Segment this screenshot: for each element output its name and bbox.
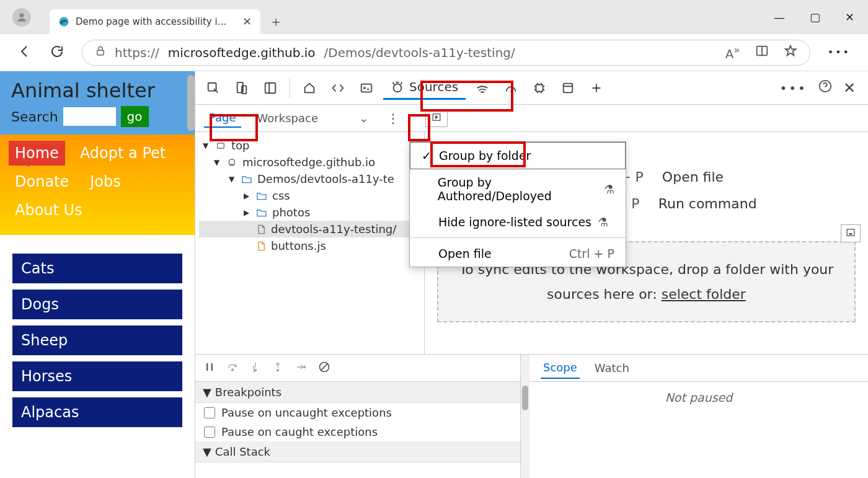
scrollbar[interactable] — [186, 71, 196, 478]
tree-css[interactable]: ▶css — [199, 187, 420, 204]
debugger-right: Scope Watch Not paused — [529, 355, 868, 478]
favorite-icon[interactable] — [784, 44, 797, 61]
search-label: Search — [11, 109, 58, 125]
ctx-group-by-folder[interactable]: ✓Group by folder — [410, 142, 626, 169]
step-over-icon[interactable] — [226, 361, 239, 375]
page-tab[interactable]: Page — [204, 108, 241, 128]
devtools-pane: Sources ••• ✕ Page Workspace ⌄ ⋮ ▼ — [195, 71, 868, 478]
tree-demos[interactable]: ▼Demos/devtools-a11y-te — [199, 170, 420, 187]
browser-tab[interactable]: Demo page with accessibility issu ✕ — [50, 9, 260, 34]
workspace-tab[interactable]: Workspace ⌄ — [252, 109, 373, 127]
more-tabs-icon[interactable] — [585, 76, 608, 100]
debugger-left: ▼Breakpoints Pause on uncaught exception… — [195, 355, 521, 478]
elements-tab-icon[interactable] — [326, 76, 350, 100]
back-button[interactable] — [17, 44, 32, 61]
url-prefix: https:// — [115, 45, 159, 60]
welcome-tab-icon[interactable] — [298, 76, 321, 100]
url-domain: microsoftedge.github.io — [168, 45, 316, 60]
site-nav: Home Adopt a Pet Donate Jobs About Us — [0, 135, 195, 235]
dock-icon[interactable] — [259, 76, 282, 100]
step-into-icon[interactable] — [250, 361, 261, 375]
pause-uncaught-checkbox[interactable]: Pause on uncaught exceptions — [195, 403, 520, 422]
not-paused-label: Not paused — [529, 382, 868, 413]
lock-icon — [95, 45, 106, 60]
context-menu: ✓Group by folder Group by Authored/Deplo… — [409, 141, 626, 267]
step-out-icon[interactable] — [272, 361, 283, 375]
list-item[interactable]: Cats — [12, 254, 182, 283]
nav-adopt[interactable]: Adopt a Pet — [74, 141, 172, 166]
url-path: /Demos/devtools-a11y-testing/ — [324, 45, 515, 60]
breakpoints-header[interactable]: ▼Breakpoints — [195, 382, 520, 403]
nav-home[interactable]: Home — [9, 141, 65, 166]
scope-tab[interactable]: Scope — [541, 357, 580, 379]
search-input[interactable] — [63, 107, 116, 126]
hint-run-command: Run command — [658, 196, 757, 211]
maximize-button[interactable]: ▢ — [810, 11, 820, 24]
deactivate-breakpoints-icon[interactable] — [318, 361, 330, 376]
device-toggle-icon[interactable] — [230, 76, 254, 100]
tree-host[interactable]: ▼microsoftedge.github.io — [199, 154, 420, 170]
pause-icon[interactable] — [204, 361, 215, 375]
svg-rect-14 — [218, 143, 224, 148]
select-folder-link[interactable]: select folder — [662, 286, 746, 302]
console-tab-icon[interactable] — [355, 76, 378, 100]
svg-rect-7 — [265, 82, 276, 93]
close-window-button[interactable]: ✕ — [845, 11, 854, 24]
svg-point-19 — [304, 366, 306, 368]
tree-html-file[interactable]: ▶devtools-a11y-testing/ — [199, 221, 420, 237]
debugger-controls — [195, 355, 520, 382]
sources-tab[interactable]: Sources — [383, 76, 466, 100]
nav-donate[interactable]: Donate — [9, 169, 75, 194]
list-item[interactable]: Alpacas — [12, 397, 182, 427]
ctx-hide-ignore[interactable]: Hide ignore-listed sources ⚗ — [410, 209, 626, 235]
step-icon[interactable] — [294, 361, 307, 375]
pause-caught-checkbox[interactable]: Pause on caught exceptions — [195, 422, 520, 441]
tree-photos[interactable]: ▶photos — [199, 204, 420, 221]
settings-more-icon[interactable]: ••• — [828, 46, 851, 58]
svg-rect-8 — [361, 84, 372, 92]
list-item[interactable]: Horses — [12, 361, 182, 391]
toggle-navigator-icon[interactable] — [425, 109, 448, 127]
help-icon[interactable] — [818, 79, 832, 96]
go-button[interactable]: go — [121, 106, 149, 127]
nav-about[interactable]: About Us — [9, 198, 89, 223]
browser-titlebar: Demo page with accessibility issu ✕ ＋ — … — [0, 0, 868, 34]
reload-button[interactable] — [50, 44, 64, 61]
drawer-toggle-icon[interactable] — [841, 224, 861, 242]
sources-tab-label: Sources — [409, 79, 458, 94]
devtools-toolbar: Sources ••• ✕ — [195, 71, 868, 105]
watch-tab[interactable]: Watch — [592, 358, 632, 378]
close-devtools-icon[interactable]: ✕ — [843, 79, 856, 97]
read-aloud-icon[interactable]: A» — [725, 44, 740, 61]
profile-avatar-icon[interactable] — [12, 8, 31, 27]
reader-icon[interactable] — [755, 44, 769, 61]
new-tab-button[interactable]: ＋ — [269, 12, 283, 31]
performance-tab-icon[interactable] — [499, 76, 523, 100]
address-bar[interactable]: https://microsoftedge.github.io/Demos/de… — [82, 40, 810, 66]
animal-list: Cats Dogs Sheep Horses Alpacas — [0, 235, 195, 446]
site-title: Animal shelter — [11, 79, 184, 102]
list-item[interactable]: Dogs — [12, 290, 182, 319]
network-tab-icon[interactable] — [471, 76, 494, 100]
flask-icon: ⚗ — [598, 215, 608, 229]
minimize-button[interactable]: — — [774, 11, 785, 24]
svg-point-9 — [394, 84, 402, 92]
tab-close-icon[interactable]: ✕ — [242, 15, 252, 28]
tree-top[interactable]: ▼top — [199, 137, 420, 154]
inspect-icon[interactable] — [202, 76, 225, 100]
callstack-header[interactable]: ▼Call Stack — [195, 441, 520, 463]
nav-jobs[interactable]: Jobs — [84, 169, 127, 194]
file-tree: ▼top ▼microsoftedge.github.io ▼Demos/dev… — [195, 132, 425, 354]
list-item[interactable]: Sheep — [12, 325, 182, 355]
ctx-group-authored[interactable]: Group by Authored/Deployed ⚗ — [410, 169, 626, 209]
ctx-open-file[interactable]: Open fileCtrl + P — [410, 241, 626, 267]
memory-tab-icon[interactable] — [528, 76, 551, 100]
window-controls: — ▢ ✕ — [774, 11, 854, 24]
svg-rect-10 — [536, 84, 543, 91]
devtools-more-icon[interactable]: ••• — [780, 81, 807, 95]
tree-js-file[interactable]: ▶buttons.js — [199, 237, 420, 254]
scrollbar[interactable] — [521, 355, 529, 478]
svg-point-16 — [232, 369, 234, 371]
more-options-icon[interactable]: ⋮ — [384, 108, 402, 128]
application-tab-icon[interactable] — [556, 76, 580, 100]
